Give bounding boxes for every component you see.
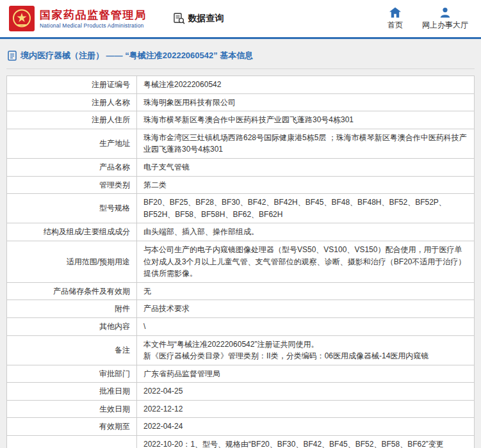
table-row: 管理类别 第二类 xyxy=(7,176,475,194)
row-label: 注册证编号 xyxy=(7,76,137,94)
nav-home-label: 首页 xyxy=(387,20,403,31)
user-icon xyxy=(439,7,452,18)
row-label: 附件 xyxy=(7,300,137,318)
data-query-label: 数据查询 xyxy=(188,13,224,24)
row-label: 结构及组成/主要组成成分 xyxy=(7,223,137,241)
row-value: 2022-12-12 xyxy=(137,400,475,418)
table-row: 备注 本文件与“粤械注准20222060542”注册证共同使用。 新《医疗器械分… xyxy=(7,335,475,365)
brand-text: 国家药品监督管理局 National Medical Products Admi… xyxy=(40,8,147,28)
nav-hall-label: 网上办事大厅 xyxy=(422,20,468,31)
row-label: 产品名称 xyxy=(7,158,137,176)
table-row: 生效日期 2022-12-12 xyxy=(7,400,475,418)
row-label: 生产地址 xyxy=(7,129,137,158)
row-value: 粤械注准20222060542 xyxy=(137,76,475,94)
table-row: 批准日期 2022-04-25 xyxy=(7,383,475,401)
row-value: 第二类 xyxy=(137,176,475,194)
org-name-en: National Medical Products Administration xyxy=(40,22,147,29)
table-row: 变更情况 2022-10-20：1、型号、规格由“BF20、BF30、BF42、… xyxy=(7,436,475,448)
table-row: 审批部门 广东省药品监督管理局 xyxy=(7,365,475,383)
row-value: 珠海明象医用科技有限公司 xyxy=(137,93,475,111)
row-value: \ xyxy=(137,317,475,335)
row-value: 无 xyxy=(137,282,475,300)
row-label: 管理类别 xyxy=(7,176,137,194)
row-value: 2022-04-24 xyxy=(137,418,475,436)
table-row: 其他内容 \ xyxy=(7,317,475,335)
row-label: 注册人名称 xyxy=(7,93,137,111)
row-value: 本文件与“粤械注准20222060542”注册证共同使用。 新《医疗器械分类目录… xyxy=(137,335,475,365)
row-label: 批准日期 xyxy=(7,383,137,401)
table-row: 结构及组成/主要组成成分 由头端部、插入部、操作部组成。 xyxy=(7,223,475,241)
row-value: 由头端部、插入部、操作部组成。 xyxy=(137,223,475,241)
page-title-text: 境内医疗器械（注册） —— “粤械注准20222060542” 基本信息 xyxy=(20,50,253,61)
site-header: 国家药品监督管理局 National Medical Products Admi… xyxy=(0,0,481,37)
registration-info-table: 注册证编号 粤械注准20222060542 注册人名称 珠海明象医用科技有限公司… xyxy=(6,76,475,448)
row-label: 型号规格 xyxy=(7,194,137,223)
org-name-cn: 国家药品监督管理局 xyxy=(40,8,147,22)
row-label: 审批部门 xyxy=(7,365,137,383)
table-row: 适用范围/预期用途 与本公司生产的电子内窥镜图像处理器（型号VS50、VS100… xyxy=(7,241,475,282)
table-row: 有效期至 2022-04-24 xyxy=(7,418,475,436)
row-label: 注册人住所 xyxy=(7,111,137,129)
table-row: 产品储存条件及有效期 无 xyxy=(7,282,475,300)
nav-hall[interactable]: 网上办事大厅 xyxy=(422,7,468,31)
row-value: 与本公司生产的电子内窥镜图像处理器（型号VS50、VS100、VS150）配合使… xyxy=(137,241,475,282)
row-label: 适用范围/预期用途 xyxy=(7,241,137,282)
row-value: 产品技术要求 xyxy=(137,300,475,318)
nmpa-logo xyxy=(9,6,35,31)
row-value: 广东省药品监督管理局 xyxy=(137,365,475,383)
document-icon xyxy=(8,51,17,61)
row-label: 生效日期 xyxy=(7,400,137,418)
row-label: 其他内容 xyxy=(7,317,137,335)
row-value: 珠海市横琴新区粤澳合作中医药科技产业园飞蓬路30号4栋301 xyxy=(137,111,475,129)
home-icon xyxy=(389,7,402,18)
table-row: 注册人住所 珠海市横琴新区粤澳合作中医药科技产业园飞蓬路30号4栋301 xyxy=(7,111,475,129)
search-document-icon xyxy=(174,13,185,24)
row-value: 2022-10-20：1、型号、规格由“BF20、BF30、BF42、BF45、… xyxy=(137,436,475,448)
row-label: 备注 xyxy=(7,335,137,365)
table-row: 产品名称 电子支气管镜 xyxy=(7,158,475,176)
row-value: 2022-04-25 xyxy=(137,383,475,401)
table-row: 注册人名称 珠海明象医用科技有限公司 xyxy=(7,93,475,111)
header-nav: 首页 网上办事大厅 xyxy=(387,7,471,31)
row-label: 变更情况 xyxy=(7,436,137,448)
brand[interactable]: 国家药品监督管理局 National Medical Products Admi… xyxy=(9,6,147,31)
row-label: 产品储存条件及有效期 xyxy=(7,282,137,300)
row-value: 珠海市金湾区三灶镇机场西路628号国际健康港5栋5层 ；珠海市横琴新区粤澳合作中… xyxy=(137,129,475,158)
nav-data-query[interactable]: 数据查询 xyxy=(174,13,224,24)
table-row: 注册证编号 粤械注准20222060542 xyxy=(7,76,475,94)
row-value: 电子支气管镜 xyxy=(137,158,475,176)
row-value: BF20、BF25、BF28、BF30、BF42、BF42H、BF45、BF48… xyxy=(137,194,475,223)
row-label: 有效期至 xyxy=(7,418,137,436)
table-row: 附件 产品技术要求 xyxy=(7,300,475,318)
content: 境内医疗器械（注册） —— “粤械注准20222060542” 基本信息 注册证… xyxy=(0,39,481,448)
nav-home[interactable]: 首页 xyxy=(387,7,403,31)
table-row: 生产地址 珠海市金湾区三灶镇机场西路628号国际健康港5栋5层 ；珠海市横琴新区… xyxy=(7,129,475,158)
table-row: 型号规格 BF20、BF25、BF28、BF30、BF42、BF42H、BF45… xyxy=(7,194,475,223)
page-title: 境内医疗器械（注册） —— “粤械注准20222060542” 基本信息 xyxy=(6,44,475,69)
